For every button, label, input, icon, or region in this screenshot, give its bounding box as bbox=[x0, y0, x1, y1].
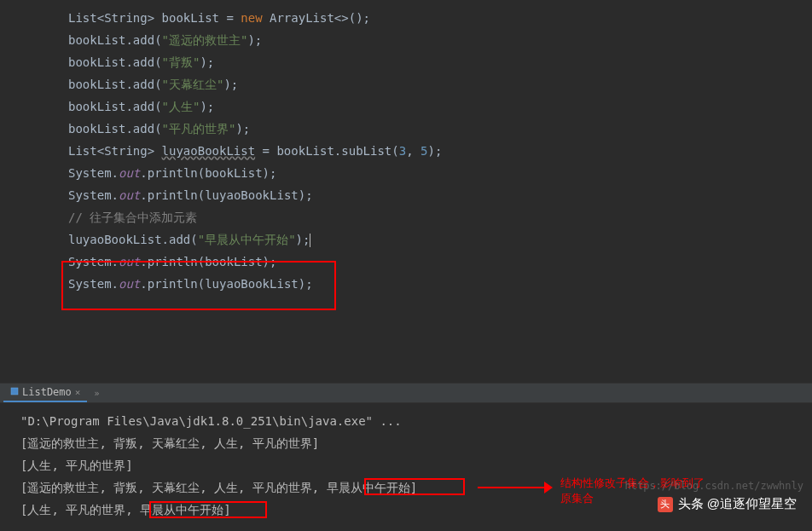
run-icon bbox=[10, 386, 19, 398]
highlight-box bbox=[61, 261, 336, 310]
code-line: List<String> bookList = new ArrayList<>(… bbox=[0, 7, 812, 29]
code-line: System.out.println(bookList); bbox=[0, 162, 812, 184]
code-line: bookList.add("平凡的世界"); bbox=[0, 118, 812, 140]
highlight-box bbox=[149, 501, 267, 518]
code-line: luyaoBookList.add("早晨从中午开始"); bbox=[0, 228, 812, 251]
code-line: bookList.add("背叛"); bbox=[0, 51, 812, 73]
watermark: 头 头条 @追逐仰望星空 bbox=[658, 496, 797, 512]
toutiao-icon: 头 bbox=[658, 497, 673, 512]
arrow-head-icon bbox=[544, 482, 553, 493]
console-tab-bar[interactable]: ListDemo × » bbox=[0, 383, 812, 403]
watermark-text: 头条 @追逐仰望星空 bbox=[678, 496, 797, 512]
highlight-box bbox=[364, 478, 465, 495]
close-icon[interactable]: × bbox=[75, 387, 81, 398]
console-command: "D:\Program Files\Java\jdk1.8.0_251\bin\… bbox=[20, 410, 792, 432]
svg-rect-0 bbox=[11, 388, 18, 395]
code-line: System.out.println(luyaoBookList); bbox=[0, 184, 812, 206]
chevron-icon[interactable]: » bbox=[94, 389, 99, 398]
console-line: [人生, 平凡的世界] bbox=[20, 454, 792, 476]
tab-label: ListDemo bbox=[22, 386, 72, 398]
code-line: bookList.add("天幕红尘"); bbox=[0, 73, 812, 95]
code-line: // 往子集合中添加元素 bbox=[0, 206, 812, 228]
console-line: [遥远的救世主, 背叛, 天幕红尘, 人生, 平凡的世界] bbox=[20, 432, 792, 454]
arrow-icon bbox=[478, 487, 546, 488]
code-line: List<String> luyaoBookList = bookList.su… bbox=[0, 140, 812, 162]
tab-listdemo[interactable]: ListDemo × bbox=[3, 384, 87, 402]
watermark-link: https://blog.csdn.net/zwwhnly bbox=[624, 480, 803, 492]
code-editor[interactable]: List<String> bookList = new ArrayList<>(… bbox=[0, 0, 812, 383]
code-line: bookList.add("人生"); bbox=[0, 95, 812, 118]
code-line: bookList.add("遥远的救世主"); bbox=[0, 29, 812, 51]
